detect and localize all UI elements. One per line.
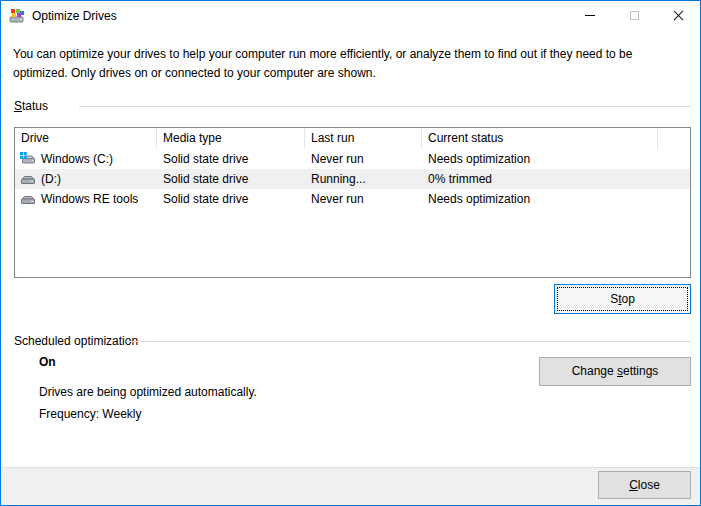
stop-button[interactable]: Stop xyxy=(554,284,691,314)
last-run-cell: Running... xyxy=(305,169,422,189)
current-status-cell: 0% trimmed xyxy=(422,169,658,189)
scheduled-optimization-state: On xyxy=(39,355,56,369)
dialog-footer: Close xyxy=(1,467,700,505)
minimize-icon xyxy=(585,15,595,16)
scheduled-optimization-detail: Drives are being optimized automatically… xyxy=(39,385,257,399)
drive-name-cell: (D:) xyxy=(15,169,157,189)
status-group-line xyxy=(79,106,691,107)
column-header-media-type[interactable]: Media type xyxy=(157,128,305,149)
window-title: Optimize Drives xyxy=(32,1,117,31)
drive-name: (D:) xyxy=(41,169,61,189)
column-header-last-run[interactable]: Last run xyxy=(305,128,422,149)
drive-icon xyxy=(20,191,36,207)
scheduled-optimization-group-line xyxy=(126,341,691,342)
media-type-cell: Solid state drive xyxy=(157,169,305,189)
title-bar: Optimize Drives xyxy=(1,1,700,31)
optimize-drives-app-icon xyxy=(9,8,25,24)
drive-name-cell: Windows RE tools xyxy=(15,189,157,209)
last-run-cell: Never run xyxy=(305,189,422,209)
drive-name: Windows RE tools xyxy=(41,189,138,209)
drive-name-cell: Windows (C:) xyxy=(15,149,157,169)
close-icon xyxy=(673,11,683,21)
dialog-description: You can optimize your drives to help you… xyxy=(13,45,673,83)
scheduled-optimization-frequency: Frequency: Weekly xyxy=(39,407,142,421)
current-status-cell: Needs optimization xyxy=(422,189,658,209)
column-header-drive[interactable]: Drive xyxy=(15,128,157,149)
last-run-cell: Never run xyxy=(305,149,422,169)
table-row[interactable]: Windows RE toolsSolid state driveNever r… xyxy=(15,189,690,209)
maximize-button xyxy=(612,1,656,30)
current-status-cell: Needs optimization xyxy=(422,149,658,169)
optimize-drives-window: Optimize Drives You can optimize your dr… xyxy=(0,0,701,506)
drive-icon xyxy=(20,171,36,187)
drive-table-rows: Windows (C:)Solid state driveNever runNe… xyxy=(15,149,690,209)
scheduled-optimization-group-label: Scheduled optimization xyxy=(14,334,138,348)
table-row[interactable]: Windows (C:)Solid state driveNever runNe… xyxy=(15,149,690,169)
close-window-button[interactable] xyxy=(656,1,700,30)
drives-table-header: Drive Media type Last run Current status xyxy=(15,128,690,149)
minimize-button[interactable] xyxy=(568,1,612,30)
maximize-icon xyxy=(630,11,639,20)
status-group-label: Status xyxy=(14,99,48,113)
media-type-cell: Solid state drive xyxy=(157,189,305,209)
drive-name: Windows (C:) xyxy=(41,149,113,169)
drives-listview: Drive Media type Last run Current status… xyxy=(14,127,691,278)
table-row[interactable]: (D:)Solid state driveRunning...0% trimme… xyxy=(15,169,690,189)
column-header-current-status[interactable]: Current status xyxy=(422,128,658,149)
media-type-cell: Solid state drive xyxy=(157,149,305,169)
change-settings-button[interactable]: Change settings xyxy=(539,357,691,386)
close-button[interactable]: Close xyxy=(598,471,691,499)
windows-drive-icon xyxy=(20,151,36,167)
